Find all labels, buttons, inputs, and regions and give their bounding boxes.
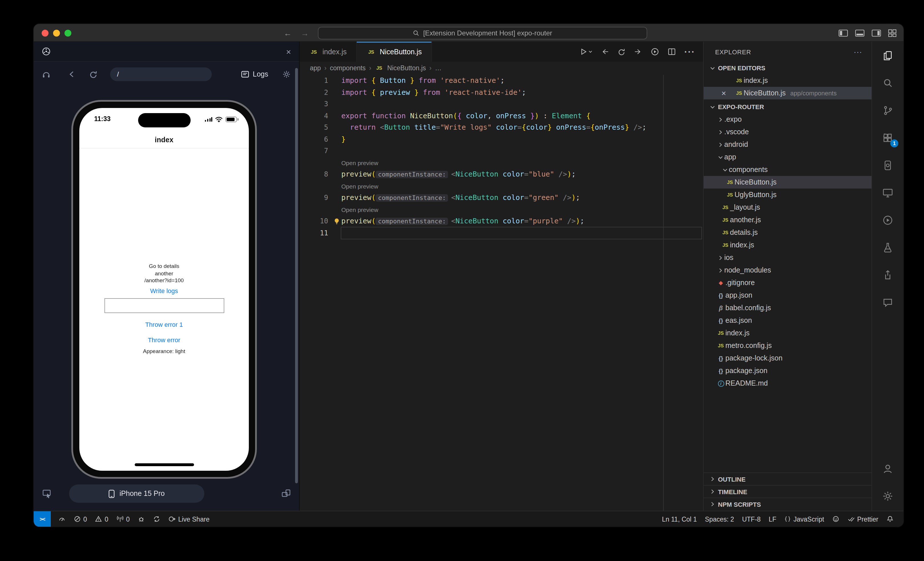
tree-folder-ios[interactable]: ios	[704, 251, 872, 264]
tree-file-app.json[interactable]: {}app.json	[704, 289, 872, 302]
status-language[interactable]: JavaScript	[780, 511, 828, 527]
logs-button[interactable]: Logs	[241, 70, 268, 78]
activity-settings[interactable]	[872, 482, 903, 510]
views-menu-icon[interactable]: ···	[854, 48, 862, 56]
status-sync[interactable]	[149, 511, 164, 527]
status-errors[interactable]: 0	[70, 511, 91, 527]
toggle-secondary-sidebar-button[interactable]	[872, 29, 881, 37]
status-eol[interactable]: LF	[765, 511, 780, 527]
tree-file-metro.config.js[interactable]: JSmetro.config.js	[704, 339, 872, 352]
reload-button[interactable]	[89, 70, 98, 78]
text-input[interactable]	[104, 298, 224, 313]
code-editor[interactable]: 1import { Button } from 'react-native';2…	[300, 74, 703, 511]
tree-folder-app[interactable]: app	[704, 151, 872, 163]
tree-file-UglyButton.js[interactable]: JSUglyButton.js	[704, 188, 872, 201]
tree-file-package.json[interactable]: {}package.json	[704, 364, 872, 377]
status-warnings[interactable]: 0	[91, 511, 112, 527]
throw-error-button[interactable]: Throw error	[80, 337, 249, 343]
tree-folder-node_modules[interactable]: node_modules	[704, 264, 872, 277]
open-preview-codelens[interactable]: Open preview	[341, 206, 378, 213]
nav-forward-button[interactable]	[634, 48, 642, 56]
activity-explorer[interactable]	[872, 42, 903, 69]
tree-folder-android[interactable]: android	[704, 138, 872, 151]
section-outline[interactable]: OUTLINE	[704, 472, 872, 485]
back-button[interactable]	[68, 70, 76, 78]
run-button[interactable]	[580, 48, 592, 56]
tree-folder-.vscode[interactable]: .vscode	[704, 126, 872, 138]
zoom-window-button[interactable]	[64, 29, 71, 36]
tree-file-README.md[interactable]: iREADME.md	[704, 377, 872, 390]
tree-file-babel.config.js[interactable]: βbabel.config.js	[704, 302, 872, 314]
open-editor-item[interactable]: JSindex.js	[704, 74, 872, 87]
radon-ide-icon[interactable]	[42, 47, 51, 56]
tree-folder-.expo[interactable]: .expo	[704, 113, 872, 126]
another-id-link[interactable]: /another?id=100	[80, 277, 249, 283]
manage-devices-icon[interactable]	[281, 489, 291, 500]
tree-file-eas.json[interactable]: {}eas.json	[704, 314, 872, 327]
run-circle-button[interactable]	[651, 47, 659, 56]
throw-error-1-button[interactable]: Throw error 1	[80, 321, 249, 328]
minimize-window-button[interactable]	[53, 29, 60, 36]
activity-extensions[interactable]: 1	[872, 124, 903, 151]
breadcrumb-item[interactable]: …	[435, 65, 441, 71]
tree-file-NiceButton.js[interactable]: JSNiceButton.js	[704, 176, 872, 188]
breadcrumb-item[interactable]: app	[310, 65, 321, 71]
open-editor-item[interactable]: ×JSNiceButton.jsapp/components	[704, 87, 872, 99]
status-feedback[interactable]	[828, 511, 843, 527]
tree-file-package-lock.json[interactable]: {}package-lock.json	[704, 352, 872, 364]
another-link[interactable]: another	[80, 270, 249, 277]
split-editor-button[interactable]	[668, 48, 676, 56]
toggle-primary-sidebar-button[interactable]	[838, 29, 848, 37]
status-profiler[interactable]	[54, 511, 70, 527]
tab-index.js[interactable]: JSindex.js	[300, 42, 357, 62]
customize-layout-button[interactable]	[888, 29, 897, 37]
tree-file-another.js[interactable]: JSanother.js	[704, 214, 872, 226]
panel-scrollbar[interactable]	[295, 68, 298, 483]
status-indentation[interactable]: Spaces: 2	[701, 511, 738, 527]
more-actions-button[interactable]: ···	[684, 47, 695, 57]
tab-NiceButton.js[interactable]: JSNiceButton.js	[357, 42, 432, 62]
status-live-share[interactable]: Live Share	[164, 511, 213, 527]
lightbulb-icon[interactable]	[333, 217, 340, 229]
open-preview-codelens[interactable]: Open preview	[341, 182, 378, 190]
route-url-field[interactable]: /	[110, 68, 212, 81]
go-to-details-link[interactable]: Go to details	[80, 263, 249, 269]
activity-remote-explorer[interactable]	[872, 179, 903, 206]
close-icon[interactable]: ×	[722, 89, 726, 97]
breadcrumb-item[interactable]: NiceButton.js	[387, 65, 426, 71]
titlebar[interactable]: ← → [Extension Development Host] expo-ro…	[34, 24, 903, 42]
write-logs-button[interactable]: Write logs	[80, 287, 249, 294]
tree-file-_layout.js[interactable]: JS_layout.js	[704, 201, 872, 214]
tree-file-index.js[interactable]: JSindex.js	[704, 327, 872, 339]
history-back-button[interactable]: ←	[284, 28, 292, 38]
activity-search[interactable]	[872, 69, 903, 96]
inspect-element-icon[interactable]	[42, 489, 52, 501]
open-editors-header[interactable]: OPEN EDITORS	[704, 62, 872, 74]
refresh-button[interactable]	[618, 48, 626, 56]
close-icon[interactable]: ×	[286, 47, 291, 56]
tree-folder-components[interactable]: components	[704, 163, 872, 176]
project-root-header[interactable]: EXPO-ROUTER	[704, 101, 872, 113]
open-preview-codelens[interactable]: Open preview	[341, 159, 378, 166]
close-window-button[interactable]	[42, 29, 48, 36]
section-timeline[interactable]: TIMELINE	[704, 485, 872, 498]
section-npm-scripts[interactable]: NPM SCRIPTS	[704, 498, 872, 510]
activity-run[interactable]	[872, 206, 903, 234]
settings-gear-icon[interactable]	[282, 70, 291, 79]
activity-accounts[interactable]	[872, 455, 903, 482]
tree-file-.gitignore[interactable]: ◆.gitignore	[704, 277, 872, 289]
status-notifications[interactable]	[882, 511, 898, 527]
activity-radon-ide[interactable]	[872, 151, 903, 179]
status-remote[interactable]: ><	[34, 511, 51, 527]
status-cursor-position[interactable]: Ln 11, Col 1	[658, 511, 701, 527]
app-screen[interactable]: 11:33 index Go to details another /anoth…	[80, 108, 249, 471]
toggle-panel-button[interactable]	[855, 29, 865, 37]
tree-file-details.js[interactable]: JSdetails.js	[704, 226, 872, 239]
headset-icon[interactable]	[42, 70, 51, 78]
status-formatter[interactable]: Prettier	[843, 511, 882, 527]
status-ports[interactable]: 0	[112, 511, 134, 527]
device-selector-button[interactable]: iPhone 15 Pro	[69, 484, 204, 503]
status-debug[interactable]	[134, 511, 149, 527]
command-center[interactable]: [Extension Development Host] expo-router	[318, 27, 647, 39]
status-encoding[interactable]: UTF-8	[738, 511, 765, 527]
